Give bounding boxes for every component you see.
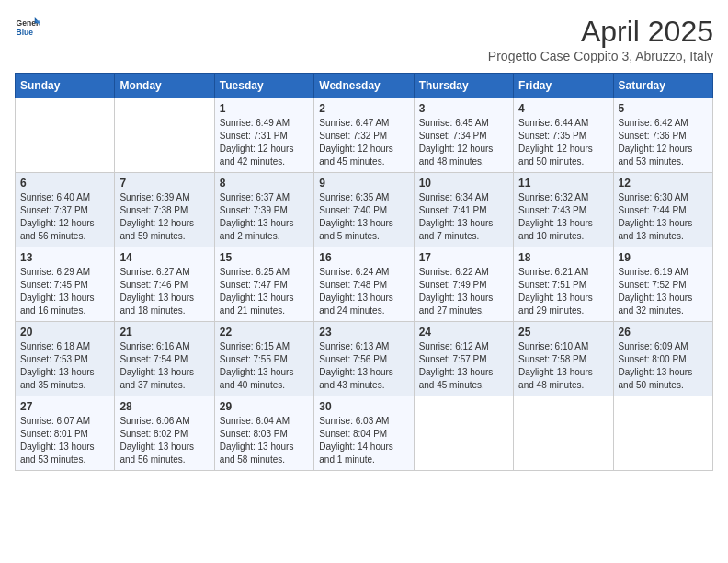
calendar-cell: 15Sunrise: 6:25 AM Sunset: 7:47 PM Dayli… bbox=[214, 247, 313, 322]
day-number: 21 bbox=[119, 326, 209, 339]
day-number: 3 bbox=[419, 102, 508, 115]
calendar-cell bbox=[115, 98, 214, 173]
col-tuesday: Tuesday bbox=[214, 74, 313, 98]
day-info: Sunrise: 6:35 AM Sunset: 7:40 PM Dayligh… bbox=[319, 191, 408, 243]
day-number: 7 bbox=[119, 177, 209, 190]
svg-text:Blue: Blue bbox=[17, 28, 34, 37]
calendar-body: 1Sunrise: 6:49 AM Sunset: 7:31 PM Daylig… bbox=[16, 98, 713, 471]
day-number: 16 bbox=[319, 251, 408, 264]
day-info: Sunrise: 6:18 AM Sunset: 7:53 PM Dayligh… bbox=[20, 340, 109, 392]
day-number: 8 bbox=[220, 177, 309, 190]
calendar-week-5: 27Sunrise: 6:07 AM Sunset: 8:01 PM Dayli… bbox=[16, 396, 713, 471]
calendar-cell: 2Sunrise: 6:47 AM Sunset: 7:32 PM Daylig… bbox=[314, 98, 414, 173]
day-number: 10 bbox=[419, 177, 508, 190]
day-number: 6 bbox=[20, 177, 109, 190]
calendar-cell: 17Sunrise: 6:22 AM Sunset: 7:49 PM Dayli… bbox=[414, 247, 513, 322]
day-info: Sunrise: 6:34 AM Sunset: 7:41 PM Dayligh… bbox=[419, 191, 508, 243]
calendar-cell: 7Sunrise: 6:39 AM Sunset: 7:38 PM Daylig… bbox=[115, 173, 214, 247]
day-info: Sunrise: 6:32 AM Sunset: 7:43 PM Dayligh… bbox=[518, 191, 608, 243]
day-info: Sunrise: 6:13 AM Sunset: 7:56 PM Dayligh… bbox=[319, 340, 408, 392]
calendar-cell bbox=[16, 98, 115, 173]
calendar-cell: 27Sunrise: 6:07 AM Sunset: 8:01 PM Dayli… bbox=[16, 396, 115, 471]
day-number: 28 bbox=[119, 400, 209, 413]
calendar-cell: 12Sunrise: 6:30 AM Sunset: 7:44 PM Dayli… bbox=[613, 173, 712, 247]
calendar-cell: 5Sunrise: 6:42 AM Sunset: 7:36 PM Daylig… bbox=[613, 98, 712, 173]
title-area: April 2025 Progetto Case Coppito 3, Abru… bbox=[488, 15, 713, 63]
day-info: Sunrise: 6:39 AM Sunset: 7:38 PM Dayligh… bbox=[119, 191, 209, 243]
calendar-cell: 8Sunrise: 6:37 AM Sunset: 7:39 PM Daylig… bbox=[214, 173, 313, 247]
calendar-cell: 19Sunrise: 6:19 AM Sunset: 7:52 PM Dayli… bbox=[613, 247, 712, 322]
day-number: 20 bbox=[20, 326, 109, 339]
day-number: 25 bbox=[518, 326, 608, 339]
calendar-cell: 18Sunrise: 6:21 AM Sunset: 7:51 PM Dayli… bbox=[514, 247, 613, 322]
calendar-cell: 10Sunrise: 6:34 AM Sunset: 7:41 PM Dayli… bbox=[414, 173, 513, 247]
calendar-cell bbox=[514, 396, 613, 471]
calendar-cell: 3Sunrise: 6:45 AM Sunset: 7:34 PM Daylig… bbox=[414, 98, 513, 173]
day-info: Sunrise: 6:30 AM Sunset: 7:44 PM Dayligh… bbox=[619, 191, 708, 243]
day-number: 11 bbox=[518, 177, 608, 190]
day-number: 2 bbox=[319, 102, 408, 115]
calendar-cell: 21Sunrise: 6:16 AM Sunset: 7:54 PM Dayli… bbox=[115, 322, 214, 396]
calendar-week-1: 1Sunrise: 6:49 AM Sunset: 7:31 PM Daylig… bbox=[16, 98, 713, 173]
col-monday: Monday bbox=[115, 74, 214, 98]
day-info: Sunrise: 6:09 AM Sunset: 8:00 PM Dayligh… bbox=[619, 340, 708, 392]
calendar-cell: 24Sunrise: 6:12 AM Sunset: 7:57 PM Dayli… bbox=[414, 322, 513, 396]
calendar-cell: 11Sunrise: 6:32 AM Sunset: 7:43 PM Dayli… bbox=[514, 173, 613, 247]
day-info: Sunrise: 6:10 AM Sunset: 7:58 PM Dayligh… bbox=[518, 340, 608, 392]
day-number: 27 bbox=[20, 400, 109, 413]
day-number: 29 bbox=[220, 400, 309, 413]
calendar-cell bbox=[414, 396, 513, 471]
day-number: 17 bbox=[419, 251, 508, 264]
calendar-week-4: 20Sunrise: 6:18 AM Sunset: 7:53 PM Dayli… bbox=[16, 322, 713, 396]
day-info: Sunrise: 6:47 AM Sunset: 7:32 PM Dayligh… bbox=[319, 117, 408, 168]
day-info: Sunrise: 6:21 AM Sunset: 7:51 PM Dayligh… bbox=[518, 266, 608, 317]
calendar-cell: 16Sunrise: 6:24 AM Sunset: 7:48 PM Dayli… bbox=[314, 247, 414, 322]
calendar-cell: 6Sunrise: 6:40 AM Sunset: 7:37 PM Daylig… bbox=[16, 173, 115, 247]
day-number: 12 bbox=[619, 177, 708, 190]
calendar-cell: 28Sunrise: 6:06 AM Sunset: 8:02 PM Dayli… bbox=[115, 396, 214, 471]
day-number: 26 bbox=[619, 326, 708, 339]
day-info: Sunrise: 6:37 AM Sunset: 7:39 PM Dayligh… bbox=[220, 191, 309, 243]
day-number: 1 bbox=[220, 102, 309, 115]
day-number: 30 bbox=[319, 400, 408, 413]
page-header: General Blue April 2025 Progetto Case Co… bbox=[15, 15, 713, 63]
day-number: 24 bbox=[419, 326, 508, 339]
calendar-week-2: 6Sunrise: 6:40 AM Sunset: 7:37 PM Daylig… bbox=[16, 173, 713, 247]
calendar-cell: 14Sunrise: 6:27 AM Sunset: 7:46 PM Dayli… bbox=[115, 247, 214, 322]
day-info: Sunrise: 6:19 AM Sunset: 7:52 PM Dayligh… bbox=[619, 266, 708, 317]
day-info: Sunrise: 6:27 AM Sunset: 7:46 PM Dayligh… bbox=[119, 266, 209, 317]
col-wednesday: Wednesday bbox=[314, 74, 414, 98]
day-number: 5 bbox=[619, 102, 708, 115]
calendar-cell: 13Sunrise: 6:29 AM Sunset: 7:45 PM Dayli… bbox=[16, 247, 115, 322]
day-info: Sunrise: 6:42 AM Sunset: 7:36 PM Dayligh… bbox=[619, 117, 708, 168]
day-info: Sunrise: 6:25 AM Sunset: 7:47 PM Dayligh… bbox=[220, 266, 309, 317]
day-number: 4 bbox=[518, 102, 608, 115]
calendar-subtitle: Progetto Case Coppito 3, Abruzzo, Italy bbox=[488, 49, 713, 63]
calendar-cell: 25Sunrise: 6:10 AM Sunset: 7:58 PM Dayli… bbox=[514, 322, 613, 396]
day-info: Sunrise: 6:24 AM Sunset: 7:48 PM Dayligh… bbox=[319, 266, 408, 317]
day-number: 18 bbox=[518, 251, 608, 264]
day-info: Sunrise: 6:06 AM Sunset: 8:02 PM Dayligh… bbox=[119, 415, 209, 466]
col-thursday: Thursday bbox=[414, 74, 513, 98]
day-info: Sunrise: 6:15 AM Sunset: 7:55 PM Dayligh… bbox=[220, 340, 309, 392]
day-info: Sunrise: 6:49 AM Sunset: 7:31 PM Dayligh… bbox=[220, 117, 309, 168]
day-info: Sunrise: 6:04 AM Sunset: 8:03 PM Dayligh… bbox=[220, 415, 309, 466]
day-info: Sunrise: 6:16 AM Sunset: 7:54 PM Dayligh… bbox=[119, 340, 209, 392]
day-info: Sunrise: 6:45 AM Sunset: 7:34 PM Dayligh… bbox=[419, 117, 508, 168]
calendar-week-3: 13Sunrise: 6:29 AM Sunset: 7:45 PM Dayli… bbox=[16, 247, 713, 322]
day-number: 23 bbox=[319, 326, 408, 339]
day-info: Sunrise: 6:40 AM Sunset: 7:37 PM Dayligh… bbox=[20, 191, 109, 243]
calendar-cell: 29Sunrise: 6:04 AM Sunset: 8:03 PM Dayli… bbox=[214, 396, 313, 471]
day-number: 15 bbox=[220, 251, 309, 264]
day-info: Sunrise: 6:29 AM Sunset: 7:45 PM Dayligh… bbox=[20, 266, 109, 317]
day-info: Sunrise: 6:22 AM Sunset: 7:49 PM Dayligh… bbox=[419, 266, 508, 317]
day-number: 9 bbox=[319, 177, 408, 190]
day-number: 19 bbox=[619, 251, 708, 264]
calendar-cell: 4Sunrise: 6:44 AM Sunset: 7:35 PM Daylig… bbox=[514, 98, 613, 173]
day-number: 22 bbox=[220, 326, 309, 339]
calendar-cell: 9Sunrise: 6:35 AM Sunset: 7:40 PM Daylig… bbox=[314, 173, 414, 247]
day-info: Sunrise: 6:07 AM Sunset: 8:01 PM Dayligh… bbox=[20, 415, 109, 466]
day-info: Sunrise: 6:44 AM Sunset: 7:35 PM Dayligh… bbox=[518, 117, 608, 168]
col-saturday: Saturday bbox=[613, 74, 712, 98]
calendar-cell: 30Sunrise: 6:03 AM Sunset: 8:04 PM Dayli… bbox=[314, 396, 414, 471]
